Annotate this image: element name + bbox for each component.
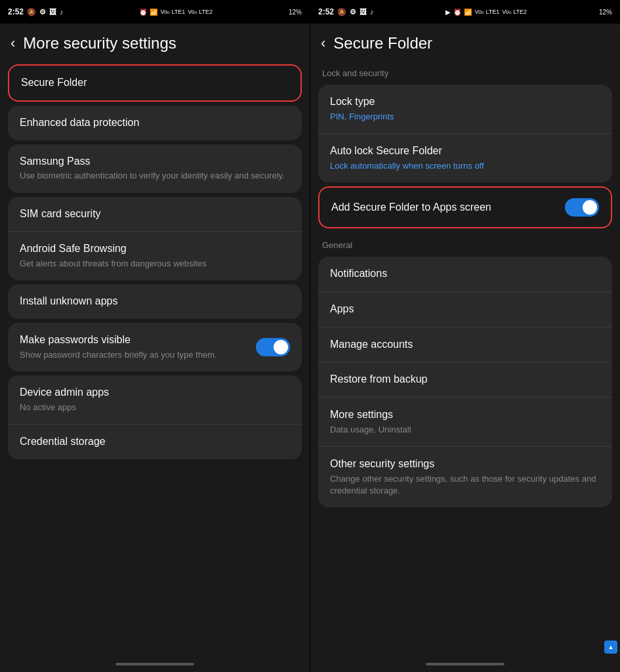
apps-title: Apps — [330, 303, 600, 316]
install-unknown-item[interactable]: Install unknown apps — [8, 284, 302, 319]
other-security-text: Other security settings Change other sec… — [330, 457, 600, 497]
status-time-left: 2:52 🔕 ⚙ 🖼 ♪ — [8, 7, 64, 16]
sim-safe-group: SIM card security Android Safe Browsing … — [8, 197, 302, 281]
toggle-knob — [274, 340, 288, 354]
apps-text: Apps — [330, 303, 600, 316]
page-header-right: ‹ Secure Folder — [310, 24, 620, 60]
manage-accounts-title: Manage accounts — [330, 338, 600, 352]
apps-item[interactable]: Apps — [318, 292, 612, 327]
install-unknown-title: Install unknown apps — [20, 295, 290, 308]
lock-type-item[interactable]: Lock type PIN, Fingerprints — [318, 85, 612, 134]
add-secure-folder-item[interactable]: Add Secure Folder to Apps screen — [320, 188, 611, 227]
secure-folder-highlighted: Secure Folder — [8, 64, 302, 102]
device-admin-group: Device admin apps No active apps Credent… — [8, 375, 302, 459]
left-panel: 2:52 🔕 ⚙ 🖼 ♪ ⏰ 📶 Vo₀ LTE1 Vo₀ LTE2 12% ‹… — [0, 0, 310, 672]
add-secure-folder-highlighted: Add Secure Folder to Apps screen — [318, 186, 612, 228]
manage-accounts-text: Manage accounts — [330, 338, 600, 352]
lock-section-label: Lock and security — [310, 60, 620, 81]
enhanced-data-title: Enhanced data protection — [20, 116, 290, 130]
right-content: Lock and security Lock type PIN, Fingerp… — [310, 60, 620, 656]
status-bar-right: 2:52 🔕 ⚙ 🖼 ♪ ▶ ⏰ 📶 Vo₀ LTE1 Vo₀ LTE2 12% — [310, 0, 620, 24]
nav-indicator-left — [115, 663, 194, 665]
make-passwords-text: Make passwords visible Show password cha… — [20, 333, 249, 361]
more-settings-text: More settings Data usage, Uninstall — [330, 408, 600, 436]
wifi-icon-r: 📶 — [464, 9, 472, 16]
wifi-icon: 📶 — [150, 9, 157, 16]
play-icon: ▶ — [445, 9, 451, 16]
restore-backup-title: Restore from backup — [330, 373, 600, 387]
android-safe-text: Android Safe Browsing Get alerts about t… — [20, 242, 290, 270]
other-security-title: Other security settings — [330, 457, 600, 471]
back-button-right[interactable]: ‹ — [321, 35, 325, 52]
gear-icon-r: ⚙ — [350, 8, 356, 16]
secure-folder-text: Secure Folder — [21, 76, 289, 90]
make-passwords-toggle[interactable] — [256, 338, 290, 356]
status-bar-left: 2:52 🔕 ⚙ 🖼 ♪ ⏰ 📶 Vo₀ LTE1 Vo₀ LTE2 12% — [0, 0, 310, 24]
lock-group: Lock type PIN, Fingerprints Auto lock Se… — [318, 85, 612, 182]
restore-backup-item[interactable]: Restore from backup — [318, 362, 612, 398]
credential-storage-item[interactable]: Credential storage — [8, 425, 302, 459]
back-button-left[interactable]: ‹ — [10, 35, 15, 52]
install-unknown-group: Install unknown apps — [8, 284, 302, 319]
sim-card-item[interactable]: SIM card security — [8, 197, 302, 232]
sim-card-title: SIM card security — [20, 207, 290, 221]
left-content: Secure Folder Enhanced data protection S… — [0, 60, 310, 656]
page-title-left: More security settings — [23, 34, 176, 52]
nav-bar-left — [0, 656, 310, 672]
nav-indicator-right — [426, 663, 505, 665]
credential-storage-text: Credential storage — [20, 435, 290, 449]
restore-backup-text: Restore from backup — [330, 373, 600, 387]
time-left: 2:52 — [8, 7, 24, 16]
enhanced-data-text: Enhanced data protection — [20, 116, 290, 130]
status-center-right: ▶ ⏰ 📶 Vo₀ LTE1 Vo₀ LTE2 — [445, 9, 527, 16]
samsung-pass-title: Samsung Pass — [20, 155, 290, 169]
add-secure-folder-title: Add Secure Folder to Apps screen — [331, 201, 558, 215]
signal2-icon-r: Vo₀ LTE2 — [502, 9, 527, 15]
alarm-icon-r: ⏰ — [453, 9, 461, 16]
time-right: 2:52 — [318, 7, 334, 16]
samsung-pass-subtitle: Use biometric authentication to verify y… — [20, 170, 290, 182]
battery-left: 12% — [289, 9, 302, 16]
music-icon-r: ♪ — [370, 8, 374, 16]
right-panel: 2:52 🔕 ⚙ 🖼 ♪ ▶ ⏰ 📶 Vo₀ LTE1 Vo₀ LTE2 12%… — [310, 0, 620, 672]
auto-lock-text: Auto lock Secure Folder Lock automatical… — [330, 144, 600, 172]
nav-bar-right — [310, 656, 620, 672]
add-secure-folder-text: Add Secure Folder to Apps screen — [331, 201, 558, 215]
make-passwords-item[interactable]: Make passwords visible Show password cha… — [8, 323, 302, 371]
corner-badge: ▲ — [604, 640, 617, 654]
corner-badge-icon: ▲ — [608, 644, 614, 650]
secure-folder-item[interactable]: Secure Folder — [9, 66, 300, 100]
music-icon: ♪ — [60, 8, 64, 16]
general-section-label: General — [310, 232, 620, 253]
image-icon: 🖼 — [49, 8, 56, 16]
status-time-right: 2:52 🔕 ⚙ 🖼 ♪ — [318, 7, 374, 16]
auto-lock-item[interactable]: Auto lock Secure Folder Lock automatical… — [318, 134, 612, 182]
samsung-pass-text: Samsung Pass Use biometric authenticatio… — [20, 155, 290, 182]
other-security-item[interactable]: Other security settings Change other sec… — [318, 447, 612, 507]
make-passwords-subtitle: Show password characters briefly as you … — [20, 349, 249, 361]
device-admin-text: Device admin apps No active apps — [20, 386, 290, 413]
samsung-pass-item[interactable]: Samsung Pass Use biometric authenticatio… — [8, 144, 302, 193]
notifications-text: Notifications — [330, 267, 600, 281]
notifications-item[interactable]: Notifications — [318, 257, 612, 292]
enhanced-data-group: Enhanced data protection — [8, 106, 302, 140]
device-admin-item[interactable]: Device admin apps No active apps — [8, 375, 302, 425]
credential-storage-title: Credential storage — [20, 435, 290, 449]
android-safe-item[interactable]: Android Safe Browsing Get alerts about t… — [8, 232, 302, 280]
more-settings-subtitle: Data usage, Uninstall — [330, 424, 600, 436]
passwords-group: Make passwords visible Show password cha… — [8, 323, 302, 371]
status-right-left: 12% — [289, 9, 302, 16]
gear-icon: ⚙ — [39, 8, 46, 16]
notification-icon: 🔕 — [27, 8, 36, 16]
enhanced-data-item[interactable]: Enhanced data protection — [8, 106, 302, 140]
manage-accounts-item[interactable]: Manage accounts — [318, 327, 612, 363]
lock-type-title: Lock type — [330, 95, 600, 109]
signal-icon: Vo₀ LTE1 — [160, 9, 185, 15]
android-safe-subtitle: Get alerts about threats from dangerous … — [20, 258, 290, 270]
status-center-left: ⏰ 📶 Vo₀ LTE1 Vo₀ LTE2 — [139, 9, 213, 16]
page-header-left: ‹ More security settings — [0, 24, 310, 60]
signal-icon-r: Vo₀ LTE1 — [474, 9, 499, 15]
more-settings-item[interactable]: More settings Data usage, Uninstall — [318, 398, 612, 447]
status-right-right: 12% — [599, 9, 612, 16]
add-secure-folder-toggle[interactable] — [565, 198, 599, 217]
